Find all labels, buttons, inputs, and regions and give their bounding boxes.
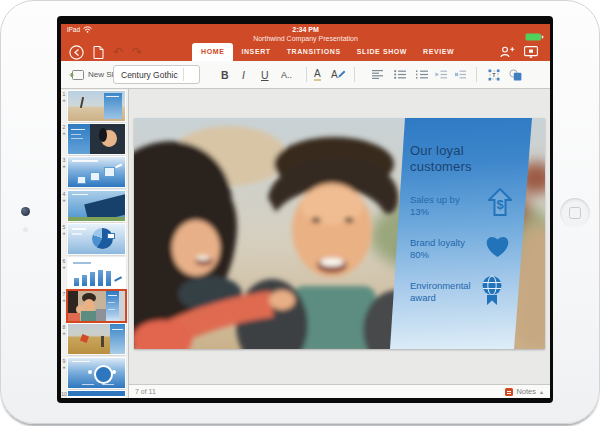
outdent-icon [435, 70, 447, 79]
thumb-art [99, 128, 107, 142]
bold-button[interactable]: B [221, 61, 229, 88]
slide-thumbnail[interactable] [68, 391, 125, 398]
share-people-icon[interactable] [500, 46, 515, 58]
slide-number: 1 [61, 91, 67, 97]
tab-insert[interactable]: INSERT [233, 43, 278, 61]
animation-star-icon: ★ [61, 365, 67, 370]
formatting-toolbar: New Slide Century Gothic B I U A.. A A [61, 61, 550, 89]
slide-thumbnail[interactable] [68, 191, 125, 221]
tab-review[interactable]: REVIEW [415, 43, 462, 61]
slide-number: 6 [61, 258, 67, 264]
align-left-icon [372, 70, 383, 79]
slide-number: 8 [61, 324, 67, 330]
thumb-art [68, 391, 125, 396]
slide-canvas[interactable]: Our loyal customers Sales up by 13% $ Br… [129, 89, 550, 384]
thumb-art [108, 302, 115, 303]
thumb-art [72, 228, 86, 230]
thumb-art [104, 167, 115, 177]
thumb-art [114, 276, 122, 281]
tab-transitions[interactable]: TRANSITIONS [279, 43, 349, 61]
font-color-button[interactable]: A [314, 61, 321, 88]
slide-thumbnail-panel: 1 ★ 2 ★ [61, 89, 129, 398]
slide-thumbnail[interactable] [68, 358, 125, 388]
slide-thumbnail[interactable] [68, 91, 125, 121]
present-screen-icon[interactable] [524, 46, 538, 58]
thumb-art [82, 384, 94, 385]
notes-label: Notes [516, 386, 536, 398]
slide-info-panel-content: Our loyal customers Sales up by 13% $ Br… [410, 118, 532, 349]
dollar-arrow-icon: $ [488, 188, 512, 216]
thumb-art [71, 138, 83, 140]
animation-star-icon: ★ [61, 198, 67, 203]
home-button-glyph [569, 207, 581, 219]
numbered-list-icon [416, 70, 428, 79]
thumb-art [112, 370, 116, 374]
slide-bullet[interactable]: Brand loyalty 80% [410, 237, 480, 262]
slide-thumbnail[interactable] [68, 124, 125, 154]
underline-button[interactable]: U [261, 61, 269, 88]
tab-slideshow[interactable]: SLIDE SHOW [349, 43, 415, 61]
slide-thumbnail[interactable] [68, 157, 125, 187]
animation-star-icon: ★ [61, 265, 67, 270]
slide-number: 10 [61, 391, 67, 397]
slide-thumbnail[interactable] [68, 224, 125, 254]
thumb-art [74, 278, 79, 286]
slide-thumbnail[interactable] [68, 258, 125, 288]
thumb-art [68, 217, 125, 221]
slide-bullet[interactable]: Sales up by 13% [410, 194, 480, 219]
undo-icon[interactable]: ↶ [113, 47, 123, 57]
slide-bullet[interactable]: Environmental award [410, 280, 480, 305]
tab-home[interactable]: HOME [192, 43, 233, 61]
slide-thumbnail-selected[interactable] [68, 291, 125, 321]
current-slide[interactable]: Our loyal customers Sales up by 13% $ Br… [134, 118, 545, 349]
animation-star-icon: ★ [61, 298, 67, 303]
outdent-button[interactable] [435, 61, 447, 88]
redo-icon[interactable]: ↷ [132, 47, 142, 57]
front-camera [21, 207, 30, 216]
bullets-button[interactable] [394, 61, 406, 88]
thumb-art [119, 291, 125, 321]
thumb-art [90, 272, 95, 286]
thumb-art [96, 309, 106, 321]
ambient-sensor [23, 227, 28, 232]
text-box-button[interactable] [488, 61, 500, 88]
italic-button[interactable]: I [242, 61, 245, 88]
slide-number: 9 [61, 358, 67, 364]
shapes-icon [509, 69, 522, 81]
font-size-button[interactable]: A.. [281, 61, 292, 88]
thumb-art [71, 134, 81, 136]
file-icon[interactable] [93, 46, 104, 59]
shapes-button[interactable] [509, 61, 522, 88]
thumb-art [101, 336, 104, 347]
bullet-text: Brand loyalty 80% [410, 237, 480, 262]
text-box-icon [488, 69, 500, 81]
status-footer: 7 of 11 Notes ▲ [129, 384, 550, 398]
thumb-art [94, 365, 113, 384]
text-effects-button[interactable]: A [331, 61, 346, 88]
numbering-button[interactable] [416, 61, 428, 88]
ipad-frame: iPad 2:34 PM Northwind Company Presentat… [0, 0, 600, 424]
svg-text:$: $ [496, 197, 504, 212]
new-slide-icon [69, 69, 84, 81]
toolbar-divider [306, 67, 307, 82]
home-button[interactable] [560, 198, 590, 228]
thumb-art [77, 176, 86, 184]
heart-icon [484, 234, 511, 258]
app-chrome: iPad 2:34 PM Northwind Company Presentat… [61, 24, 550, 61]
align-button[interactable] [372, 61, 383, 88]
slide-title[interactable]: Our loyal customers [410, 143, 510, 175]
bullet-text: Environmental award [410, 280, 480, 305]
toolbar-divider [476, 67, 477, 82]
notes-toggle[interactable]: Notes ▲ [505, 386, 544, 398]
thumb-art [115, 164, 122, 168]
font-name-select[interactable]: Century Gothic [113, 65, 200, 84]
thumb-art [102, 384, 114, 385]
animation-star-icon: ★ [61, 98, 67, 103]
slide-thumbnail[interactable] [68, 324, 125, 354]
bullet-text: Sales up by 13% [410, 194, 480, 219]
back-button[interactable] [69, 45, 84, 60]
slide-position: 7 of 11 [135, 386, 156, 398]
bullet-list-icon [394, 70, 406, 79]
indent-button[interactable] [454, 61, 466, 88]
slide-number: 2 [61, 124, 67, 130]
